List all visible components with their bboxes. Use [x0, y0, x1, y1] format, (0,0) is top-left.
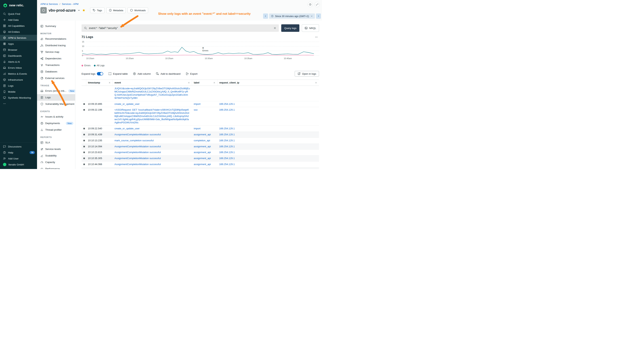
subnav-item[interactable]: Dependencies — [37, 55, 75, 62]
expand-logs-toggle[interactable]: Expand logs — [82, 72, 103, 75]
help-button[interactable] — [308, 2, 313, 7]
remove-column-icon[interactable] — [315, 82, 317, 84]
time-back-button[interactable] — [263, 14, 268, 19]
log-row-marker[interactable] — [84, 109, 85, 111]
subnav-item[interactable]: Transactions — [37, 62, 75, 68]
label-link[interactable]: completion_api — [194, 139, 210, 142]
sidebar-item[interactable]: Synthetic Monitoring — [0, 95, 37, 101]
subnav-item[interactable]: Scalability — [37, 152, 75, 159]
ip-link[interactable]: 169.254.129.1 — [219, 133, 235, 136]
label-link[interactable]: assignment_api — [194, 163, 211, 166]
add-column-button[interactable]: Add column — [133, 72, 151, 75]
breadcrumb-link-services-apm[interactable]: Services - APM — [62, 3, 78, 6]
header-pill-button[interactable]: Tags — [90, 8, 104, 13]
subnav-item[interactable]: Thread profiler — [37, 127, 75, 133]
nrql-button[interactable]: NRQL — [302, 24, 319, 32]
table-row[interactable]: 10:10:14.094 AssignmentCompletionMutatio… — [82, 144, 319, 150]
event-link[interactable]: mark_course_completion successful — [114, 139, 154, 142]
sidebar-item[interactable]: Metrics & Events — [0, 71, 37, 77]
event-link[interactable]: AssignmentCompletionMutation successful — [114, 133, 161, 136]
event-link[interactable]: <ASGIRequest: GET '/sso/callback/?state=… — [114, 108, 189, 124]
sidebar-item[interactable]: Logs — [0, 83, 37, 89]
sidebar-item[interactable]: Add Data — [0, 17, 37, 23]
expand-table-button[interactable]: Expand table — [108, 72, 128, 75]
log-row-marker[interactable] — [84, 164, 85, 165]
ip-link[interactable]: 169.254.129.1 — [219, 169, 235, 169]
subnav-item[interactable]: Distributed tracing — [37, 42, 75, 49]
time-forward-button[interactable] — [316, 14, 321, 19]
sidebar-item[interactable]: Apps — [0, 41, 37, 47]
sidebar-item[interactable] — [0, 101, 37, 107]
table-row[interactable]: 10:09:22.540 create_or_update_user impor… — [82, 126, 319, 132]
subnav-item[interactable]: Vulnerability Management — [37, 101, 75, 107]
subnav-item[interactable]: Databases — [37, 68, 75, 75]
sidebar-item[interactable]: Quick Find — [0, 11, 37, 17]
query-logs-button[interactable]: Query logs — [281, 24, 299, 32]
table-row[interactable]: 10:09:20.895 create_or_update_user impor… — [82, 101, 319, 107]
subnav-item[interactable]: External services — [37, 75, 75, 81]
clear-query-button[interactable] — [274, 27, 276, 30]
ip-link[interactable]: 169.254.129.1 — [219, 127, 235, 130]
log-row-marker[interactable] — [84, 128, 85, 129]
sidebar-item[interactable]: APM & Services — [0, 35, 37, 41]
column-header[interactable]: request_client_ip — [217, 80, 319, 86]
event-link[interactable]: create_or_update_user — [114, 127, 140, 130]
table-row[interactable]: 10:10:44.066 AssignmentCompletionMutatio… — [82, 162, 319, 168]
table-row[interactable]: JUQVU&code=eyJraWQiOiJjcGltY29yZV8wOTl1M… — [82, 86, 319, 101]
column-header[interactable]: timestamp — [86, 80, 112, 86]
sidebar-item[interactable]: Dashboards — [0, 53, 37, 59]
log-row-marker[interactable] — [84, 140, 85, 141]
subnav-item[interactable]: Logs — [37, 94, 75, 101]
subnav-item[interactable]: Errors (errors inb... New — [37, 88, 75, 94]
column-header[interactable]: label — [192, 80, 217, 86]
subnav-item[interactable]: Recommendations — [37, 36, 75, 42]
log-row-marker[interactable] — [84, 134, 85, 135]
time-picker[interactable]: Since 30 minutes ago (GMT+2) — [269, 14, 315, 19]
ip-link[interactable]: 169.254.129.1 — [219, 163, 235, 166]
subnav-item[interactable]: Capacity — [37, 159, 75, 165]
log-row-marker[interactable] — [84, 103, 85, 105]
query-value[interactable]: event:* -"label":"security" — [89, 27, 271, 30]
more-options-button[interactable] — [314, 35, 319, 39]
remove-column-icon[interactable] — [188, 82, 190, 84]
sidebar-item[interactable]: Mobile — [0, 89, 37, 95]
event-link[interactable]: JUQVU&code=eyJraWQiOiJjcGltY29yZV8wOTl1M… — [114, 87, 190, 99]
label-link[interactable]: import — [194, 103, 200, 105]
header-pill-button[interactable]: Metadata — [106, 8, 126, 13]
sidebar-item[interactable]: Alerts & AI — [0, 59, 37, 65]
sidebar-item[interactable]: Errors Inbox — [0, 65, 37, 71]
sidebar-item[interactable]: Help 70 — [0, 150, 37, 156]
label-link[interactable]: sso — [194, 108, 198, 111]
label-link[interactable]: assignment_api — [194, 145, 211, 148]
sidebar-item[interactable]: Discussions — [0, 144, 37, 150]
favorite-star-icon[interactable] — [82, 9, 85, 12]
table-row[interactable]: 10:10:35.305 AssignmentCompletionMutatio… — [82, 156, 319, 162]
legend-item[interactable]: Errors — [82, 64, 90, 67]
subnav-item[interactable]: Issues & activity — [37, 113, 75, 120]
sidebar-item[interactable]: Infrastructure — [0, 77, 37, 83]
ip-link[interactable]: 169.254.129.1 — [219, 151, 235, 154]
breadcrumb-link-apm-services[interactable]: APM & Services — [40, 3, 58, 6]
newrelic-logo[interactable]: new relic. — [0, 0, 37, 11]
event-link[interactable]: mark_course_completion successful — [114, 169, 154, 169]
table-row[interactable]: 10:10:23.815 AssignmentCompletionMutatio… — [82, 150, 319, 156]
log-row-marker[interactable] — [84, 152, 85, 153]
subnav-item[interactable]: Performance — [37, 165, 75, 169]
event-link[interactable]: AssignmentCompletionMutation successful — [114, 151, 161, 154]
event-link[interactable]: create_or_update_user — [114, 103, 140, 105]
column-header[interactable]: event — [112, 80, 192, 86]
sidebar-item[interactable]: Iterativ GmbH — [0, 162, 37, 168]
sidebar-item[interactable]: All Capabilities — [0, 23, 37, 29]
label-link[interactable]: completion_api — [194, 169, 210, 169]
ip-link[interactable]: 169.254.129.1 — [219, 157, 235, 160]
event-link[interactable]: AssignmentCompletionMutation successful — [114, 157, 161, 160]
subnav-item[interactable]: Service levels — [37, 146, 75, 152]
ip-link[interactable]: 169.254.129.1 — [219, 108, 235, 111]
label-link[interactable]: assignment_api — [194, 157, 211, 160]
subnav-item[interactable]: Deployments New — [37, 120, 75, 127]
header-pill-button[interactable]: Workloads — [128, 8, 148, 13]
label-link[interactable]: assignment_api — [194, 133, 211, 136]
table-row[interactable]: 10:09:22.196 <ASGIRequest: GET '/sso/cal… — [82, 107, 319, 126]
log-row-marker[interactable] — [84, 158, 85, 159]
label-link[interactable]: assignment_api — [194, 151, 211, 154]
